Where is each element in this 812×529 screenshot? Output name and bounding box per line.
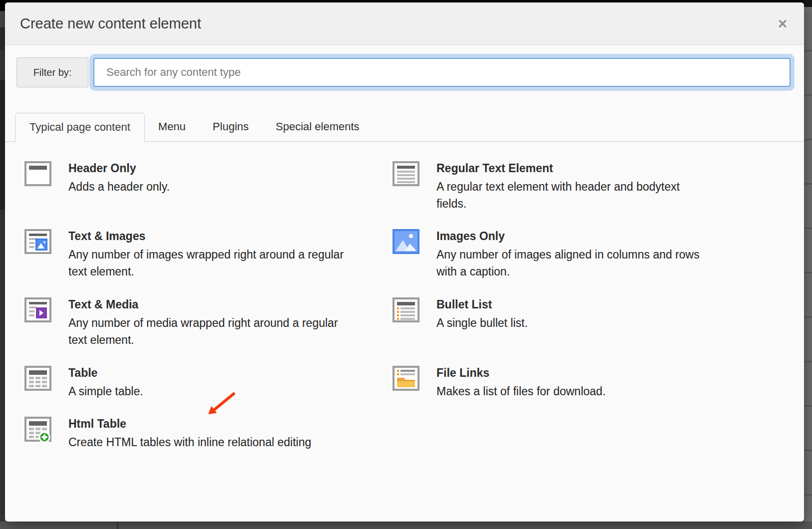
content-element-description: A simple table.	[68, 383, 143, 400]
content-element-item[interactable]: Header OnlyAdds a header only.	[24, 161, 393, 229]
content-element-text: Images OnlyAny number of images aligned …	[436, 229, 700, 280]
modal-header: Create new content element ×	[5, 2, 804, 45]
content-element-item[interactable]: Images OnlyAny number of images aligned …	[393, 229, 804, 297]
images-only-icon	[393, 229, 419, 254]
content-element-text: Bullet ListA single bullet list.	[436, 297, 528, 331]
new-content-element-modal: Create new content element × Filter by: …	[5, 2, 804, 522]
regular-text-icon	[393, 161, 419, 186]
filter-label: Filter by:	[16, 57, 88, 87]
content-element-description: Any number of images wrapped right aroun…	[68, 246, 344, 280]
content-element-text: Html TableCreate HTML tables with inline…	[68, 417, 311, 451]
content-element-title: Html Table	[68, 417, 311, 431]
tab-menu[interactable]: Menu	[145, 112, 199, 141]
filter-row: Filter by:	[16, 53, 804, 92]
content-element-grid: Header OnlyAdds a header only.Text & Ima…	[5, 142, 804, 451]
content-element-description: Makes a list of files for download.	[436, 383, 606, 400]
tab-special-elements[interactable]: Special elements	[262, 112, 373, 141]
content-element-title: Header Only	[68, 161, 170, 175]
content-element-text: Regular Text ElementA regular text eleme…	[436, 161, 680, 212]
backdrop-left-strip	[0, 0, 5, 529]
content-element-title: Bullet List	[436, 297, 528, 311]
content-element-title: Regular Text Element	[436, 161, 680, 175]
text-media-icon	[24, 297, 51, 322]
content-element-description: Any number of images aligned in columns …	[436, 246, 700, 280]
content-element-title: File Links	[436, 366, 606, 380]
search-input[interactable]	[93, 58, 791, 87]
tab-typical-page-content[interactable]: Typical page content	[15, 113, 145, 142]
html-table-icon	[24, 417, 51, 442]
content-element-item[interactable]: TableA simple table.	[24, 366, 393, 417]
tab-bar: Typical page contentMenuPluginsSpecial e…	[5, 112, 804, 142]
content-element-text: Text & MediaAny number of media wrapped …	[68, 297, 338, 348]
content-element-item[interactable]: Html TableCreate HTML tables with inline…	[24, 417, 393, 451]
header-only-icon	[24, 161, 51, 186]
content-element-text: Header OnlyAdds a header only.	[68, 161, 170, 195]
content-element-description: A regular text element with header and b…	[436, 178, 680, 212]
content-element-title: Text & Images	[68, 229, 344, 243]
tab-plugins[interactable]: Plugins	[199, 112, 262, 141]
close-icon[interactable]: ×	[778, 16, 787, 31]
content-element-description: Any number of media wrapped right around…	[68, 314, 338, 348]
content-element-item[interactable]: Regular Text ElementA regular text eleme…	[393, 161, 804, 229]
table-icon	[24, 366, 51, 391]
content-element-item[interactable]: Bullet ListA single bullet list.	[393, 297, 804, 366]
content-element-title: Table	[68, 366, 143, 380]
backdrop-divider-line	[117, 522, 118, 529]
bullet-list-icon	[393, 297, 419, 322]
content-element-item[interactable]: Text & ImagesAny number of images wrappe…	[24, 229, 393, 297]
content-element-item[interactable]: Text & MediaAny number of media wrapped …	[24, 297, 393, 366]
content-element-text: File LinksMakes a list of files for down…	[436, 366, 606, 400]
modal-title: Create new content element	[20, 15, 201, 32]
content-element-description: Create HTML tables with inline relationa…	[68, 434, 311, 451]
content-element-title: Images Only	[436, 229, 700, 243]
content-element-description: Adds a header only.	[68, 178, 170, 195]
content-element-item[interactable]: File LinksMakes a list of files for down…	[393, 366, 804, 417]
text-images-icon	[24, 229, 51, 254]
content-element-title: Text & Media	[68, 297, 338, 311]
file-links-icon	[393, 366, 419, 391]
content-element-text: Text & ImagesAny number of images wrappe…	[68, 229, 344, 280]
content-element-description: A single bullet list.	[436, 314, 528, 331]
content-element-text: TableA simple table.	[68, 366, 143, 400]
backdrop-right-strip	[804, 0, 812, 529]
backdrop-bottom-strip	[0, 522, 812, 529]
